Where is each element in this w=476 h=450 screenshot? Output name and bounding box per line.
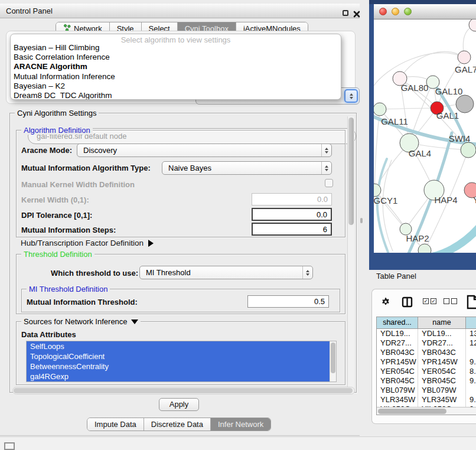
network-edge[interactable] [428,226,476,253]
table-row[interactable]: YBR045CYBR045C9. [377,376,476,386]
dropdown-item[interactable]: Bayesian – K2 [11,81,341,91]
node-label: SWI4 [449,133,471,144]
network-node[interactable] [461,142,476,158]
network-canvas[interactable]: GAL7GAL80GAL10GAL1GAL11SWI4GAL4GCY1HAP4Y… [374,19,476,253]
cyni-algorithm-settings-group: Cyni Algorithm Settings Algorithm Defini… [9,113,357,393]
settings-horizontal-thumb[interactable] [14,388,353,393]
mi-threshold-input[interactable]: 0.5 [247,295,329,308]
attributes-scrollbar[interactable] [330,341,336,381]
tab-label: Impute Data [94,420,136,429]
network-node[interactable] [458,51,471,64]
tab-label: Infer Network [218,420,263,429]
column-header[interactable]: shared... [377,317,418,328]
table-row[interactable]: YBL079WYBL079W [377,386,476,395]
table-row[interactable]: YDR27...YDR27...12 [377,338,476,348]
algorithm-definition-title: Algorithm Definition [21,126,93,135]
manual-kernel-checkbox[interactable] [325,179,333,187]
float-panel-icon[interactable] [343,10,348,16]
table-horizontal-thumb[interactable] [378,409,446,414]
dropdown-hint: Select algorithm to view settings [11,34,341,43]
apply-button[interactable]: Apply [159,398,199,411]
table-cell: 9. [466,376,476,386]
which-threshold-combobox[interactable]: MI Threshold [139,266,313,279]
panel-splitter-handle[interactable] [360,218,363,223]
table-row[interactable]: YDL19...YDL19...13 [377,329,476,338]
minimized-panel-icon[interactable] [4,442,15,450]
close-button[interactable] [379,8,387,15]
table-cell: 8. [466,367,476,376]
select-all-columns-icon[interactable]: ✓✓ [423,298,436,304]
dropdown-item[interactable]: Mutual Information Inference [11,72,341,81]
mi-threshold-definition-title: MI Threshold Definition [27,285,110,294]
attribute-item[interactable]: gal4RGexp [27,371,330,381]
node-label: GAL80 [401,83,429,93]
collapse-down-icon[interactable] [131,319,138,324]
which-threshold-label: Which threshold to use: [51,269,138,278]
table-cell: 9. [466,395,476,405]
attributes-scrollbar-thumb[interactable] [331,343,335,373]
table-cell: YDL19... [418,329,466,338]
table-row[interactable]: YPR145WYPR145W9. [377,357,476,367]
attribute-item[interactable]: BetweennessCentrality [27,361,330,371]
table-row[interactable]: YBR043CYBR043C [377,348,476,357]
network-window-titlebar[interactable] [374,4,476,19]
dropdown-item[interactable]: Bayesian – Hill Climbing [11,43,341,53]
network-edge[interactable] [380,108,437,109]
node-table[interactable]: shared...nameA... YDL19...YDL19...13YDR2… [376,317,476,415]
close-icon[interactable] [353,9,360,17]
tab-impute-data[interactable]: Impute Data [87,418,144,431]
mi-type-label: Mutual Information Algorithm Type: [21,164,151,172]
dropdown-item[interactable]: Dream8 DC_TDC Algorithm [11,91,341,100]
network-node[interactable] [469,19,476,31]
manual-kernel-label: Manual Kernel Width Definition [21,180,135,189]
document-icon[interactable] [467,295,476,312]
attribute-item[interactable]: TopologicalCoefficient [27,351,330,361]
expand-right-icon[interactable] [148,240,154,247]
node-label: Y [473,195,476,205]
hub-definition-expander[interactable]: Hub/Transcription Factor Definition [21,239,154,247]
sources-group-title[interactable]: Sources for Network Inference [21,317,141,326]
table-horizontal-scrollbar[interactable] [377,407,476,415]
kernel-width-input[interactable]: 0.0 [252,193,332,206]
deselect-all-columns-icon[interactable] [444,298,457,304]
minimize-button[interactable] [392,8,399,15]
settings-scrollbar-thumb[interactable] [348,118,354,225]
algorithm-definition-group: Algorithm Definition Aracne Mode: Discov… [16,130,345,237]
node-label: HAP4 [434,195,457,205]
aracne-mode-value: Discovery [83,146,117,155]
data-attributes-list[interactable]: SelfLoopsTopologicalCoefficientBetweenne… [26,341,337,382]
gear-icon[interactable] [380,296,391,309]
attribute-item[interactable]: SelfLoops [27,341,330,351]
node-label: HAP2 [406,233,429,243]
network-node[interactable] [374,103,386,116]
settings-scrollbar[interactable] [347,116,354,388]
dropdown-item[interactable]: ARACNE Algorithm [11,62,341,71]
tab-infer-network[interactable]: Infer Network [211,418,270,431]
mi-type-combobox[interactable]: Naive Bayes [162,161,332,175]
dropdown-item[interactable]: Basic Correlation Inference [11,53,341,62]
aracne-mode-combobox[interactable]: Discovery [77,144,332,157]
table-cell: YDR27... [418,338,466,348]
mi-steps-input[interactable]: 6 [252,223,332,236]
settings-horizontal-scrollbar[interactable] [12,387,355,394]
table-row[interactable]: YLR345WYLR345W9. [377,395,476,405]
column-header[interactable]: name [418,317,466,328]
sources-title-text: Sources for Network Inference [24,317,128,326]
columns-icon[interactable] [402,296,413,310]
column-header[interactable]: A... [466,317,476,328]
zoom-button[interactable] [404,8,412,15]
dpi-tolerance-input[interactable]: 0.0 [252,208,332,221]
table-cell [466,348,476,357]
table-row[interactable]: YER054CYER054C8. [377,367,476,376]
tab-discretize-data[interactable]: Discretize Data [144,418,211,431]
algorithm-dropdown-popup: Select algorithm to view settings Bayesi… [10,34,341,100]
table-cell: YDR27... [377,338,418,348]
network-edge[interactable] [374,109,380,190]
table-cell: YBR045C [418,376,466,386]
combobox-stepper-focused[interactable] [344,89,358,103]
table-cell: YBL079W [418,386,466,395]
control-panel-titlebar: Control Panel [0,3,360,18]
network-graph[interactable]: GAL7GAL80GAL10GAL1GAL11SWI4GAL4GCY1HAP4Y… [374,19,476,253]
node-label: GAL11 [381,116,408,126]
settings-group-title: Cyni Algorithm Settings [15,109,99,118]
